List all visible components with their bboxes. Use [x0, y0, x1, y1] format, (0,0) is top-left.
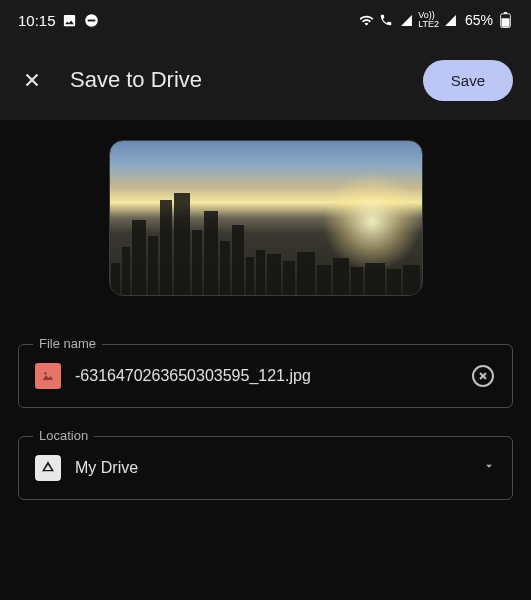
- status-left: 10:15: [18, 12, 100, 29]
- status-time: 10:15: [18, 12, 56, 29]
- svg-rect-4: [501, 18, 509, 26]
- page-title: Save to Drive: [70, 67, 399, 93]
- svg-rect-1: [88, 19, 96, 21]
- image-icon: [62, 12, 78, 28]
- filename-label: File name: [33, 336, 102, 351]
- preview-container: [18, 140, 513, 296]
- filename-field-group: File name -6316470263650303595_121.jpg: [18, 344, 513, 408]
- call-wifi-icon: [378, 12, 394, 28]
- status-right: Vo))LTE2 65%: [358, 11, 513, 29]
- location-field-group[interactable]: Location My Drive: [18, 436, 513, 500]
- save-button[interactable]: Save: [423, 60, 513, 101]
- close-button[interactable]: [18, 66, 46, 94]
- signal-1-icon: [398, 12, 414, 28]
- status-bar: 10:15 Vo))LTE2 65%: [0, 0, 531, 40]
- image-file-icon: [35, 363, 61, 389]
- svg-point-8: [44, 372, 46, 374]
- svg-rect-3: [503, 12, 507, 14]
- battery-text: 65%: [465, 12, 493, 28]
- location-value: My Drive: [75, 459, 468, 477]
- chevron-down-icon: [482, 459, 496, 477]
- content: File name -6316470263650303595_121.jpg L…: [0, 120, 531, 548]
- filename-input[interactable]: -6316470263650303595_121.jpg: [75, 367, 456, 385]
- lte-icon: Vo))LTE2: [418, 11, 439, 29]
- drive-icon: [35, 455, 61, 481]
- clear-filename-button[interactable]: [470, 363, 496, 389]
- image-preview[interactable]: [109, 140, 423, 296]
- battery-icon: [497, 12, 513, 28]
- location-label: Location: [33, 428, 94, 443]
- dnd-icon: [84, 12, 100, 28]
- header: Save to Drive Save: [0, 40, 531, 120]
- signal-2-icon: [443, 12, 459, 28]
- svg-rect-7: [41, 370, 56, 382]
- wifi-icon: [358, 12, 374, 28]
